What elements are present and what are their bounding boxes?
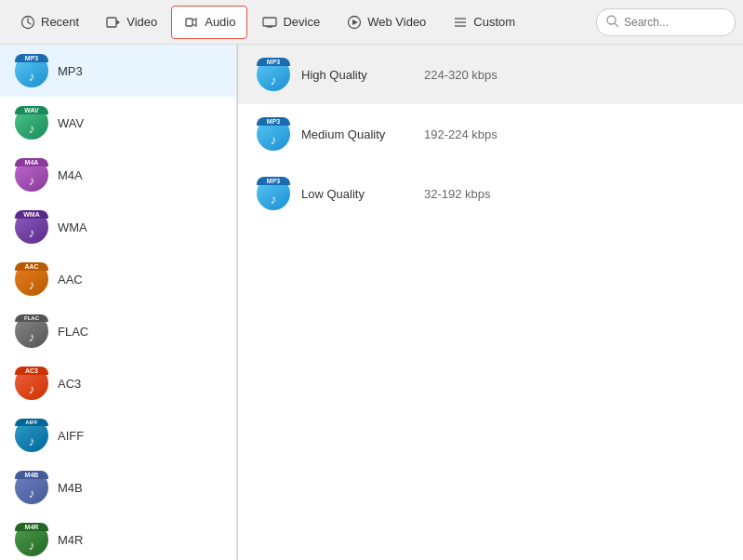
nav-audio-label: Audio xyxy=(205,15,235,29)
medium-quality-bitrate: 192-224 kbps xyxy=(424,127,498,141)
sidebar-item-m4r[interactable]: M4R ♪ M4R xyxy=(0,513,236,560)
sidebar-item-m4a[interactable]: M4A ♪ M4A xyxy=(0,149,236,201)
aac-format-icon: AAC ♪ xyxy=(15,262,48,296)
high-quality-label: High Quality xyxy=(301,68,413,82)
svg-rect-1 xyxy=(107,18,116,27)
quality-high[interactable]: MP3 ♪ High Quality 224-320 kbps xyxy=(238,45,743,104)
sidebar-item-aac[interactable]: AAC ♪ AAC xyxy=(0,253,236,305)
high-quality-icon: MP3 ♪ xyxy=(257,58,290,91)
m4r-format-icon: M4R ♪ xyxy=(15,523,48,556)
nav-device-label: Device xyxy=(283,15,320,29)
recent-icon xyxy=(20,14,36,31)
low-quality-label: Low Quality xyxy=(301,187,413,201)
wma-label: WMA xyxy=(58,220,87,234)
nav-custom-label: Custom xyxy=(473,15,515,29)
search-icon xyxy=(606,15,618,30)
svg-line-13 xyxy=(615,23,618,27)
wma-format-icon: WMA ♪ xyxy=(15,210,48,244)
ac3-label: AC3 xyxy=(58,377,81,391)
m4a-format-icon: M4A ♪ xyxy=(15,158,48,192)
sidebar-item-wma[interactable]: WMA ♪ WMA xyxy=(0,201,236,253)
quality-medium[interactable]: MP3 ♪ Medium Quality 192-224 kbps xyxy=(238,104,743,164)
nav-recent[interactable]: Recent xyxy=(7,6,91,39)
nav-video[interactable]: Video xyxy=(93,6,169,39)
svg-marker-2 xyxy=(116,20,120,25)
m4b-label: M4B xyxy=(58,481,83,495)
aiff-label: AIFF xyxy=(58,429,84,443)
navbar: Recent Video Audio Devi xyxy=(0,0,743,45)
sidebar-item-ac3[interactable]: AC3 ♪ AC3 xyxy=(0,357,236,409)
high-quality-bitrate: 224-320 kbps xyxy=(424,68,498,82)
nav-audio[interactable]: Audio xyxy=(171,6,247,39)
sidebar-item-mp3[interactable]: MP3 ♪ MP3 xyxy=(0,45,236,97)
ac3-format-icon: AC3 ♪ xyxy=(15,367,48,400)
aac-label: AAC xyxy=(58,273,83,287)
sidebar-item-wav[interactable]: WAV ♪ WAV xyxy=(0,97,236,149)
flac-format-icon: FLAC ♪ xyxy=(15,314,48,348)
aiff-format-icon: AIFF ♪ xyxy=(15,419,48,452)
m4r-label: M4R xyxy=(58,533,83,547)
wav-format-icon: WAV ♪ xyxy=(15,106,48,140)
video-icon xyxy=(105,14,122,31)
low-quality-icon: MP3 ♪ xyxy=(257,177,290,210)
sidebar-item-flac[interactable]: FLAC ♪ FLAC xyxy=(0,305,236,357)
main-content: MP3 ♪ MP3 WAV ♪ WAV M4A ♪ M4A WMA ♪ WM xyxy=(0,45,743,560)
m4b-format-icon: M4B ♪ xyxy=(15,471,48,504)
low-quality-bitrate: 32-192 kbps xyxy=(424,187,491,201)
nav-recent-label: Recent xyxy=(41,15,79,29)
web-video-icon xyxy=(346,14,363,31)
medium-quality-icon: MP3 ♪ xyxy=(257,117,290,151)
nav-video-label: Video xyxy=(126,15,157,29)
sidebar-item-aiff[interactable]: AIFF ♪ AIFF xyxy=(0,409,236,461)
svg-rect-4 xyxy=(263,18,276,26)
nav-custom[interactable]: Custom xyxy=(440,6,527,39)
quality-panel: MP3 ♪ High Quality 224-320 kbps MP3 ♪ Me… xyxy=(238,45,743,560)
custom-icon xyxy=(452,14,469,31)
svg-rect-3 xyxy=(186,19,192,26)
search-input[interactable] xyxy=(624,16,725,29)
medium-quality-label: Medium Quality xyxy=(301,127,413,141)
device-icon xyxy=(261,14,278,31)
m4a-label: M4A xyxy=(58,168,83,182)
search-box[interactable] xyxy=(596,8,736,36)
flac-label: FLAC xyxy=(58,325,88,339)
wav-label: WAV xyxy=(58,116,84,130)
svg-marker-8 xyxy=(352,20,358,25)
format-sidebar: MP3 ♪ MP3 WAV ♪ WAV M4A ♪ M4A WMA ♪ WM xyxy=(0,45,237,560)
sidebar-item-m4b[interactable]: M4B ♪ M4B xyxy=(0,461,236,513)
quality-low[interactable]: MP3 ♪ Low Quality 32-192 kbps xyxy=(238,164,743,223)
mp3-label: MP3 xyxy=(58,64,83,78)
nav-device[interactable]: Device xyxy=(249,6,332,39)
mp3-format-icon: MP3 ♪ xyxy=(15,54,48,87)
audio-icon xyxy=(183,14,200,31)
nav-web-video-label: Web Video xyxy=(367,15,426,29)
nav-web-video[interactable]: Web Video xyxy=(334,6,438,39)
